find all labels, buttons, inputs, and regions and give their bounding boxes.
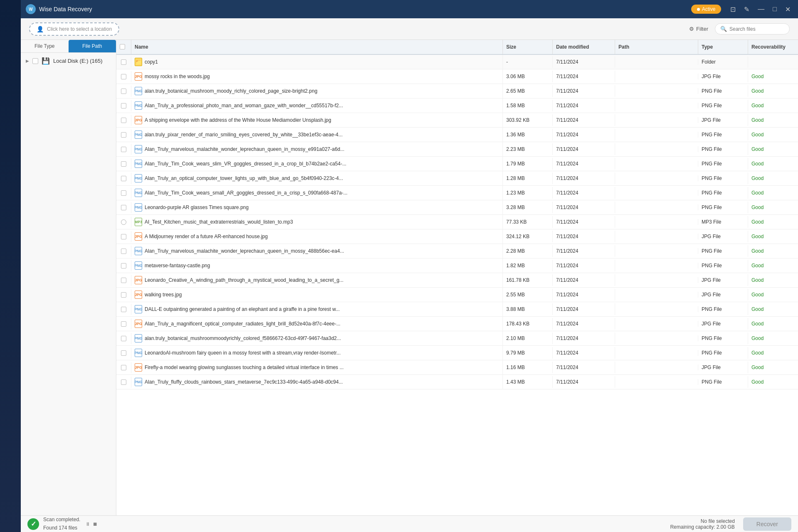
row-path bbox=[615, 277, 698, 283]
table-body: 📁 copy1 - 7/11/2024 Folder JPG mossy roc… bbox=[116, 55, 798, 515]
sidebar-item-drive[interactable]: ▶ 💾 Local Disk (E:) (165) bbox=[21, 53, 116, 69]
table-row[interactable]: PNG Alan_Truly_an_optical_computer_tower… bbox=[116, 171, 798, 186]
row-name-cell: PNG alan.truly_pixar_render_of_mario_smi… bbox=[131, 128, 503, 142]
tab-file-type[interactable]: File Type bbox=[21, 40, 69, 52]
row-date: 7/11/2024 bbox=[553, 158, 615, 170]
row-type: PNG File bbox=[698, 260, 748, 271]
header-checkbox[interactable] bbox=[120, 44, 125, 49]
drive-checkbox[interactable] bbox=[32, 58, 38, 64]
row-check-cell bbox=[116, 115, 131, 126]
row-size: 2.10 MB bbox=[503, 332, 553, 344]
row-name: A Midjourney render of a future AR-enhan… bbox=[145, 234, 268, 239]
row-check-cell bbox=[116, 129, 131, 140]
row-checkbox[interactable] bbox=[121, 74, 126, 79]
row-checkbox[interactable] bbox=[121, 132, 126, 138]
location-selector[interactable]: 👤 Click here to select a location bbox=[29, 22, 119, 36]
row-size: 2.55 MB bbox=[503, 289, 553, 300]
row-size: 1.28 MB bbox=[503, 172, 553, 184]
table-row[interactable]: PNG Alan_Truly_fluffy_clouds_rainbows_st… bbox=[116, 375, 798, 389]
row-type: PNG File bbox=[698, 202, 748, 213]
row-checkbox[interactable] bbox=[121, 278, 126, 283]
table-row[interactable]: JPG walking trees.jpg 2.55 MB 7/11/2024 … bbox=[116, 288, 798, 302]
table-row[interactable]: PNG Alan_Truly_Tim_Cook_wears_slim_VR_go… bbox=[116, 157, 798, 171]
row-checkbox[interactable] bbox=[121, 205, 126, 210]
row-size: - bbox=[503, 56, 553, 68]
row-type: PNG File bbox=[698, 303, 748, 315]
row-recoverability: Good bbox=[748, 187, 798, 199]
row-checkbox[interactable] bbox=[121, 336, 126, 341]
table-row[interactable]: PNG Alan_Truly_marvelous_malachite_wonde… bbox=[116, 244, 798, 259]
table-row[interactable]: PNG Alan_Truly_Tim_Cook_wears_small_AR_g… bbox=[116, 186, 798, 200]
table-row[interactable]: PNG metaverse-fantasy-castle.png 1.82 MB… bbox=[116, 259, 798, 273]
row-checkbox[interactable] bbox=[121, 190, 126, 196]
row-checkbox[interactable] bbox=[121, 292, 126, 298]
png-icon: PNG bbox=[135, 189, 142, 197]
row-checkbox[interactable] bbox=[121, 176, 126, 181]
row-date: 7/11/2024 bbox=[553, 100, 615, 111]
pause-icon[interactable]: ⏸ bbox=[85, 521, 90, 527]
table-header: Name Size Date modified Path Type Recove… bbox=[116, 40, 798, 55]
table-row[interactable]: PNG Alan_Truly_a_professional_photo_man_… bbox=[116, 99, 798, 113]
row-checkbox[interactable] bbox=[121, 321, 126, 327]
active-button[interactable]: Active bbox=[691, 5, 722, 14]
row-checkbox[interactable] bbox=[121, 379, 126, 385]
stop-icon[interactable]: ⏹ bbox=[93, 521, 98, 527]
table-row[interactable]: JPG A shipping envelope with the address… bbox=[116, 113, 798, 128]
row-date: 7/11/2024 bbox=[553, 143, 615, 155]
minimize-icon[interactable]: ⊡ bbox=[728, 5, 738, 14]
table-row[interactable]: JPG Alan_Truly_a_magnificent_optical_com… bbox=[116, 317, 798, 331]
filter-button[interactable]: ⚙ Filter bbox=[689, 26, 708, 32]
table-row[interactable]: JPG Leonardo_Creative_A_winding_path_thr… bbox=[116, 273, 798, 288]
table-row[interactable]: MP3 AI_Test_Kitchen_music_that_extraterr… bbox=[116, 215, 798, 229]
edit-icon[interactable]: ✎ bbox=[741, 5, 752, 14]
row-checkbox[interactable] bbox=[121, 263, 126, 268]
row-recoverability: Good bbox=[748, 332, 798, 344]
jpg-icon: JPG bbox=[135, 116, 142, 124]
search-box[interactable]: 🔍 bbox=[715, 23, 790, 34]
minimize-window-icon[interactable]: — bbox=[755, 5, 767, 14]
jpg-icon: JPG bbox=[135, 232, 142, 241]
row-recoverability: Good bbox=[748, 362, 798, 373]
table-row[interactable]: PNG alan.truly_pixar_render_of_mario_smi… bbox=[116, 128, 798, 142]
row-date: 7/11/2024 bbox=[553, 172, 615, 184]
recover-button[interactable]: Recover bbox=[743, 517, 791, 531]
search-input[interactable] bbox=[729, 26, 779, 32]
table-row[interactable]: 📁 copy1 - 7/11/2024 Folder bbox=[116, 55, 798, 69]
close-icon[interactable]: ✕ bbox=[783, 5, 793, 14]
table-row[interactable]: PNG Leonardo-purple AR glasses Times squ… bbox=[116, 200, 798, 215]
row-name-cell: PNG Alan_Truly_a_professional_photo_man_… bbox=[131, 99, 503, 113]
row-size: 3.88 MB bbox=[503, 303, 553, 315]
row-checkbox[interactable] bbox=[121, 234, 126, 239]
row-check-cell bbox=[116, 173, 131, 184]
row-checkbox[interactable] bbox=[121, 147, 126, 152]
drive-icon: 💾 bbox=[42, 57, 50, 65]
jpg-icon: JPG bbox=[135, 363, 142, 372]
maximize-icon[interactable]: □ bbox=[770, 5, 779, 14]
expand-icon: ▶ bbox=[26, 59, 29, 63]
row-name: Alan_Truly_Tim_Cook_wears_slim_VR_goggle… bbox=[145, 161, 346, 167]
row-checkbox[interactable] bbox=[121, 59, 126, 65]
svg-text:W: W bbox=[29, 7, 33, 12]
tab-file-path[interactable]: File Path bbox=[69, 40, 116, 52]
row-type: JPG File bbox=[698, 231, 748, 242]
row-checkbox[interactable] bbox=[121, 118, 126, 123]
table-row[interactable]: PNG LeonardoAI-mushroom fairy queen in a… bbox=[116, 346, 798, 360]
row-checkbox[interactable] bbox=[121, 307, 126, 312]
row-checkbox[interactable] bbox=[121, 89, 126, 94]
row-recoverability: Good bbox=[748, 245, 798, 257]
table-row[interactable]: JPG mossy rocks in the woods.jpg 3.06 MB… bbox=[116, 69, 798, 84]
table-row[interactable]: JPG A Midjourney render of a future AR-e… bbox=[116, 229, 798, 244]
row-date: 7/11/2024 bbox=[553, 114, 615, 126]
row-checkbox[interactable] bbox=[121, 350, 126, 356]
row-checkbox[interactable] bbox=[121, 103, 126, 108]
row-checkbox[interactable] bbox=[121, 249, 126, 254]
table-row[interactable]: PNG alan.truly_botanical_mushroommoodyri… bbox=[116, 331, 798, 346]
row-checkbox[interactable] bbox=[121, 219, 126, 225]
row-check-cell bbox=[116, 202, 131, 213]
table-row[interactable]: JPG Firefly-a model wearing glowing sung… bbox=[116, 360, 798, 375]
table-row[interactable]: PNG DALL-E outpainting generated a paint… bbox=[116, 302, 798, 317]
row-checkbox[interactable] bbox=[121, 161, 126, 167]
table-row[interactable]: PNG Alan_Truly_marvelous_malachite_wonde… bbox=[116, 142, 798, 157]
row-checkbox[interactable] bbox=[121, 365, 126, 370]
table-row[interactable]: PNG alan.truly_botanical_mushroom_moody_… bbox=[116, 84, 798, 99]
